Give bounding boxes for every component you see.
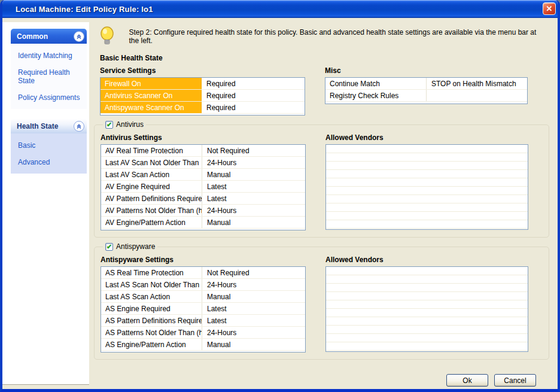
- service-settings-table: Firewall On Required Antivirus Scanner O…: [100, 77, 305, 116]
- table-row[interactable]: AS Engine Required Latest: [101, 303, 305, 315]
- antivirus-columns: Antivirus Settings AV Real Time Protecti…: [101, 133, 541, 230]
- check-icon: ✔: [106, 243, 112, 250]
- table-row[interactable]: Antivirus Scanner On Required: [101, 90, 305, 102]
- table-row[interactable]: Last AS Scan Action Manual: [101, 291, 305, 303]
- table-row[interactable]: Registry Check Rules: [325, 90, 527, 102]
- row-value: [427, 90, 527, 101]
- row-name: Last AV Scan Action: [101, 169, 202, 180]
- antivirus-allowed-vendors-list[interactable]: [325, 144, 528, 230]
- close-button[interactable]: ✕: [543, 2, 556, 15]
- dialog-client-area: Common Identity Matching Required Health…: [2, 18, 558, 389]
- table-row[interactable]: AS Engine/Pattern Action Manual: [101, 339, 305, 351]
- row-name: AV Engine Required: [101, 181, 202, 192]
- ok-button[interactable]: Ok: [446, 374, 488, 387]
- basic-health-state-title: Basic Health State: [100, 54, 558, 62]
- check-icon: ✔: [106, 121, 112, 128]
- row-name: Firewall On: [101, 78, 202, 89]
- antivirus-vendors-block: Allowed Vendors: [325, 133, 528, 230]
- antispyware-checkbox[interactable]: ✔: [105, 243, 113, 251]
- antivirus-settings-table: AV Real Time Protection Not Required Las…: [101, 144, 306, 230]
- row-name: Last AV Scan Not Older Than: [101, 157, 202, 168]
- row-value: Required: [202, 102, 305, 113]
- row-name: AS Pattern Definitions Required: [101, 315, 202, 326]
- service-settings-title: Service Settings: [100, 66, 305, 75]
- row-value: Required: [202, 78, 305, 89]
- table-row[interactable]: AV Real Time Protection Not Required: [101, 145, 305, 157]
- table-row[interactable]: Last AV Scan Action Manual: [101, 169, 305, 181]
- table-row[interactable]: AV Engine/Pattern Action Manual: [101, 217, 305, 229]
- antispyware-settings-block: Antispyware Settings AS Real Time Protec…: [101, 256, 306, 353]
- row-value: 24-Hours: [202, 205, 305, 216]
- sidebar-item-advanced[interactable]: Advanced: [18, 158, 84, 166]
- sidebar: Common Identity Matching Required Health…: [2, 22, 89, 385]
- sidebar-panel-common: Common Identity Matching Required Health…: [11, 29, 87, 109]
- table-row[interactable]: AS Real Time Protection Not Required: [101, 267, 305, 279]
- panel-body-common: Identity Matching Required Health State …: [11, 44, 87, 109]
- antivirus-settings-block: Antivirus Settings AV Real Time Protecti…: [101, 133, 306, 230]
- row-value: Latest: [202, 181, 305, 192]
- table-row[interactable]: AS Patterns Not Older Than (h) 24-Hours: [101, 327, 305, 339]
- panel-title: Health State: [17, 122, 58, 130]
- antispyware-settings-table: AS Real Time Protection Not Required Las…: [101, 266, 306, 353]
- antivirus-group: ✔ Antivirus Antivirus Settings AV Real T…: [94, 120, 549, 238]
- row-name: Antivirus Scanner On: [101, 90, 202, 101]
- dialog-buttons: Ok Cancel: [94, 374, 536, 387]
- table-row[interactable]: AS Pattern Definitions Required Latest: [101, 315, 305, 327]
- row-value: Not Required: [202, 267, 305, 278]
- dialog-window: Local Machine: Edit Policy Rule: lo1 ✕ C…: [0, 0, 560, 392]
- antivirus-legend: ✔ Antivirus: [103, 120, 146, 129]
- panel-header-common[interactable]: Common: [11, 29, 87, 44]
- row-value: Manual: [202, 291, 305, 302]
- row-value: Latest: [202, 315, 305, 326]
- row-name: Continue Match: [325, 78, 427, 89]
- misc-table: Continue Match STOP on Health Mismatch R…: [325, 77, 528, 104]
- antivirus-checkbox[interactable]: ✔: [105, 121, 113, 129]
- antivirus-checkbox-label: Antivirus: [116, 120, 144, 129]
- row-name: AV Real Time Protection: [101, 145, 202, 156]
- lightbulb-icon: [99, 26, 115, 47]
- antispyware-allowed-vendors-list[interactable]: [325, 266, 528, 352]
- table-row[interactable]: Last AS Scan Not Older Than 24-Hours: [101, 279, 305, 291]
- table-row[interactable]: Continue Match STOP on Health Mismatch: [325, 78, 527, 90]
- sidebar-item-policy-assignments[interactable]: Policy Assignments: [18, 93, 84, 102]
- service-settings-block: Service Settings Firewall On Required An…: [100, 66, 305, 116]
- table-row[interactable]: AV Pattern Definitions Required Latest: [101, 193, 305, 205]
- row-value: Manual: [202, 169, 305, 180]
- row-name: AS Engine Required: [101, 303, 202, 314]
- sidebar-item-identity-matching[interactable]: Identity Matching: [18, 51, 84, 60]
- row-value: Required: [202, 90, 305, 101]
- cancel-button[interactable]: Cancel: [494, 374, 536, 387]
- table-row[interactable]: Antispyware Scanner On Required: [101, 102, 305, 114]
- chevron-double-up-icon[interactable]: [74, 121, 84, 132]
- misc-block: Misc Continue Match STOP on Health Misma…: [325, 66, 528, 116]
- misc-title: Misc: [325, 66, 528, 75]
- table-row[interactable]: AV Engine Required Latest: [101, 181, 305, 193]
- sidebar-item-basic[interactable]: Basic: [18, 141, 84, 150]
- sidebar-panel-health-state: Health State Basic Advanced: [11, 118, 87, 174]
- antispyware-settings-title: Antispyware Settings: [101, 256, 306, 264]
- close-icon: ✕: [546, 4, 553, 13]
- sidebar-item-required-health-state[interactable]: Required Health State: [18, 68, 84, 85]
- panel-body-health-state: Basic Advanced: [11, 133, 87, 174]
- step-instruction-text: Step 2: Configure required health state …: [129, 28, 540, 45]
- row-name: AS Patterns Not Older Than (h): [101, 327, 202, 338]
- panel-header-health-state[interactable]: Health State: [11, 118, 87, 133]
- step-hint-row: Step 2: Configure required health state …: [94, 18, 558, 47]
- row-name: AV Engine/Pattern Action: [101, 217, 202, 228]
- table-row[interactable]: AV Patterns Not Older Than (h) 24-Hours: [101, 205, 305, 217]
- antivirus-settings-title: Antivirus Settings: [101, 133, 306, 142]
- row-name: AS Real Time Protection: [101, 267, 202, 278]
- table-row[interactable]: Firewall On Required: [101, 78, 305, 90]
- table-row[interactable]: Last AV Scan Not Older Than 24-Hours: [101, 157, 305, 169]
- row-value: 24-Hours: [202, 157, 305, 168]
- row-name: Registry Check Rules: [325, 90, 427, 101]
- chevron-double-up-icon[interactable]: [74, 31, 84, 42]
- row-value: Manual: [202, 217, 305, 228]
- row-name: AV Patterns Not Older Than (h): [101, 205, 202, 216]
- title-bar[interactable]: Local Machine: Edit Policy Rule: lo1 ✕: [0, 0, 560, 18]
- main-content: Step 2: Configure required health state …: [89, 18, 558, 389]
- row-value: 24-Hours: [202, 279, 305, 290]
- antispyware-vendors-block: Allowed Vendors: [325, 256, 528, 353]
- allowed-vendors-title: Allowed Vendors: [325, 133, 528, 142]
- antispyware-columns: Antispyware Settings AS Real Time Protec…: [101, 256, 541, 353]
